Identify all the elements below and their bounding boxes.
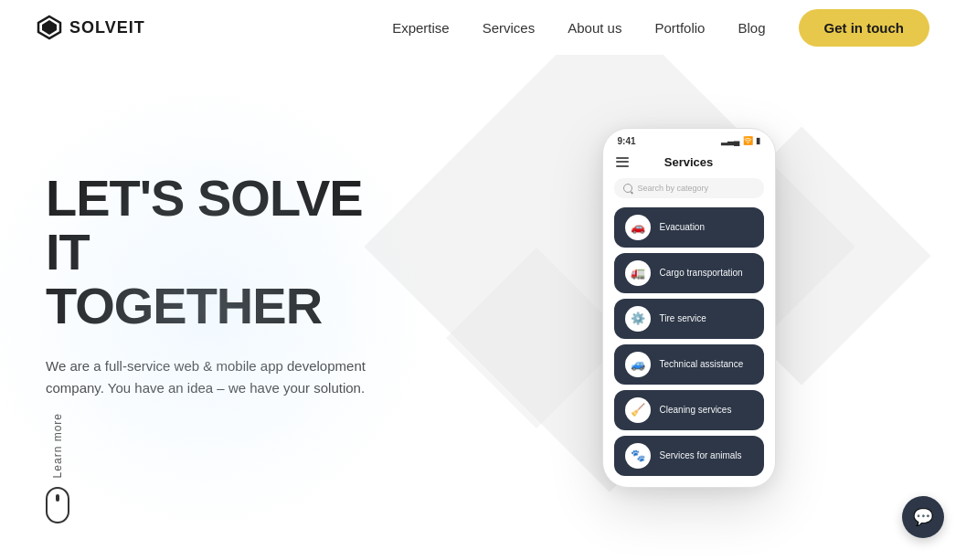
logo-icon (37, 15, 62, 40)
logo[interactable]: SOLVEIT (37, 15, 145, 40)
scroll-dot (56, 494, 59, 502)
service-item-cargo[interactable]: 🚛 Cargo transportation (614, 253, 764, 293)
service-label-cleaning: Cleaning services (660, 405, 732, 415)
service-icon-technical: 🚙 (625, 352, 651, 377)
nav-link-about[interactable]: About us (568, 20, 621, 36)
nav-link-portfolio[interactable]: Portfolio (654, 20, 705, 36)
phone-search-placeholder: Search by category (638, 184, 709, 193)
phone-screen-title: Services (638, 155, 762, 169)
hero-title: LET'S SOLVE IT TOGETHER (46, 172, 375, 333)
logo-text: SOLVEIT (69, 18, 145, 37)
service-icon-evacuation: 🚗 (625, 215, 651, 240)
phone-container: 9:41 ▂▃▄ 🛜 ▮ Services (602, 128, 776, 488)
hero-right: 9:41 ▂▃▄ 🛜 ▮ Services (411, 55, 966, 560)
hamburger-icon (616, 157, 629, 167)
service-label-cargo: Cargo transportation (660, 268, 743, 278)
phone-mockup: 9:41 ▂▃▄ 🛜 ▮ Services (602, 128, 776, 488)
phone-header: Services (603, 150, 775, 178)
phone-search-bar: Search by category (614, 178, 764, 198)
service-icon-tire: ⚙️ (625, 306, 651, 332)
learn-more[interactable]: Learn more (46, 413, 69, 523)
nav-link-services[interactable]: Services (483, 20, 536, 36)
service-label-tire: Tire service (660, 313, 706, 323)
phone-time: 9:41 (618, 136, 636, 146)
navbar: SOLVEIT Expertise Services About us Port… (0, 0, 966, 55)
service-label-evacuation: Evacuation (660, 222, 705, 232)
service-icon-cleaning: 🧹 (625, 397, 651, 423)
battery-icon: ▮ (756, 136, 760, 145)
hero-subtitle: We are a full-service web & mobile app d… (46, 355, 375, 399)
service-item-animals[interactable]: 🐾 Services for animals (614, 436, 764, 476)
phone-search-icon (623, 184, 632, 193)
service-icon-animals: 🐾 (625, 443, 651, 469)
service-list: 🚗 Evacuation 🚛 Cargo transportation ⚙️ T… (603, 207, 775, 487)
signal-icon: ▂▃▄ (721, 136, 739, 145)
hero-left: LET'S SOLVE IT TOGETHER We are a full-se… (0, 55, 411, 560)
service-item-cleaning[interactable]: 🧹 Cleaning services (614, 390, 764, 430)
service-item-technical[interactable]: 🚙 Technical assistance (614, 344, 764, 385)
service-label-animals: Services for animals (660, 450, 742, 460)
chat-button[interactable]: 💬 (902, 496, 944, 538)
learn-more-label: Learn more (51, 413, 64, 478)
hero-section: LET'S SOLVE IT TOGETHER We are a full-se… (0, 55, 966, 560)
svg-marker-1 (42, 20, 57, 35)
nav-link-expertise[interactable]: Expertise (392, 20, 450, 36)
chat-icon: 💬 (913, 507, 933, 527)
get-in-touch-button[interactable]: Get in touch (799, 9, 930, 47)
scroll-indicator (46, 487, 69, 523)
service-icon-cargo: 🚛 (625, 260, 651, 286)
service-label-technical: Technical assistance (660, 359, 744, 369)
service-item-tire[interactable]: ⚙️ Tire service (614, 299, 764, 339)
phone-status-bar: 9:41 ▂▃▄ 🛜 ▮ (603, 129, 775, 150)
service-item-evacuation[interactable]: 🚗 Evacuation (614, 207, 764, 248)
nav-links: Expertise Services About us Portfolio Bl… (392, 9, 929, 47)
wifi-icon: 🛜 (743, 136, 753, 145)
status-icons: ▂▃▄ 🛜 ▮ (721, 136, 759, 145)
nav-link-blog[interactable]: Blog (738, 20, 765, 36)
